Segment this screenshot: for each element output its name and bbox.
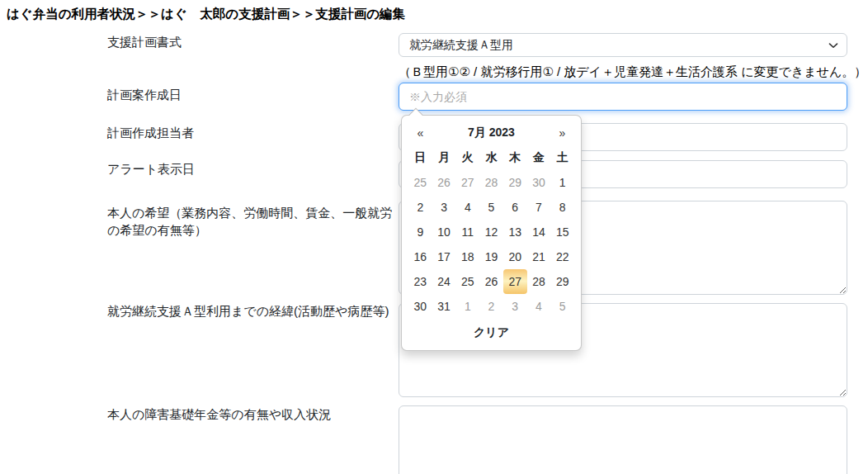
plan-draft-date-label: 計画案作成日 <box>107 86 396 103</box>
datepicker-week-row: 9101112131415 <box>408 220 574 244</box>
datepicker-clear-button[interactable]: クリア <box>408 319 574 347</box>
calendar-day[interactable]: 4 <box>527 294 551 319</box>
calendar-day[interactable]: 16 <box>408 244 432 269</box>
breadcrumb: はぐ弁当の利用者状況＞＞はぐ 太郎の支援計画＞＞支援計画の編集 <box>7 6 405 23</box>
pension-income-textarea[interactable] <box>399 405 847 474</box>
weekday-label: 金 <box>527 145 551 170</box>
calendar-day[interactable]: 15 <box>550 220 574 244</box>
calendar-day[interactable]: 31 <box>432 294 456 319</box>
calendar-day[interactable]: 30 <box>408 294 432 319</box>
calendar-day[interactable]: 18 <box>455 244 479 269</box>
datepicker-week-row: 2345678 <box>408 195 574 220</box>
weekday-label: 火 <box>455 145 479 170</box>
weekday-label: 月 <box>432 145 456 170</box>
calendar-day[interactable]: 29 <box>550 269 574 294</box>
calendar-day[interactable]: 11 <box>455 220 479 244</box>
calendar-day[interactable]: 1 <box>455 294 479 319</box>
plan-format-label: 支援計画書式 <box>107 33 396 50</box>
calendar-day[interactable]: 19 <box>479 244 503 269</box>
calendar-day[interactable]: 2 <box>479 294 503 319</box>
pension-income-label: 本人の障害基礎年金等の有無や収入状況 <box>107 405 396 423</box>
calendar-day[interactable]: 12 <box>479 220 503 244</box>
weekday-label: 土 <box>550 145 574 170</box>
calendar-day[interactable]: 28 <box>527 269 551 294</box>
weekday-label: 水 <box>479 145 503 170</box>
plan-format-select[interactable]: 就労継続支援Ａ型用 <box>399 33 847 57</box>
calendar-day[interactable]: 9 <box>408 220 432 244</box>
history-label: 就労継続支援Ａ型利用までの経緯(活動歴や病歴等) <box>107 302 396 320</box>
calendar-day[interactable]: 13 <box>503 220 527 244</box>
calendar-day[interactable]: 26 <box>432 170 456 195</box>
calendar-day[interactable]: 21 <box>527 244 551 269</box>
datepicker-week-row: 2526272829301 <box>408 170 574 195</box>
plan-format-selected-value: 就労継続支援Ａ型用 <box>409 38 513 53</box>
datepicker-weekday-row: 日月火水木金土 <box>408 145 574 170</box>
calendar-day[interactable]: 27 <box>455 170 479 195</box>
calendar-day[interactable]: 6 <box>503 195 527 220</box>
calendar-day[interactable]: 23 <box>408 269 432 294</box>
calendar-day[interactable]: 5 <box>550 294 574 319</box>
calendar-day[interactable]: 25 <box>455 269 479 294</box>
calendar-day[interactable]: 7 <box>527 195 551 220</box>
datepicker-week-row: 16171819202122 <box>408 244 574 269</box>
datepicker-week-row: 303112345 <box>408 294 574 319</box>
calendar-day[interactable]: 8 <box>550 195 574 220</box>
calendar-day[interactable]: 28 <box>479 170 503 195</box>
calendar-day[interactable]: 1 <box>550 170 574 195</box>
chevron-down-icon <box>828 40 838 50</box>
plan-author-label: 計画作成担当者 <box>107 124 396 141</box>
support-plan-edit-page: はぐ弁当の利用者状況＞＞はぐ 太郎の支援計画＞＞支援計画の編集 支援計画書式 就… <box>0 0 868 474</box>
calendar-day[interactable]: 25 <box>408 170 432 195</box>
calendar-day[interactable]: 22 <box>550 244 574 269</box>
datepicker-popup: « 7月 2023 » 日月火水木金土 25262728293012345678… <box>401 115 582 351</box>
calendar-day[interactable]: 4 <box>455 195 479 220</box>
calendar-day[interactable]: 10 <box>432 220 456 244</box>
weekday-label: 日 <box>408 145 432 170</box>
calendar-day[interactable]: 24 <box>432 269 456 294</box>
plan-format-note: （Ｂ型用①② / 就労移行用① / 放デイ＋児童発達＋生活介護系 に変更できませ… <box>399 64 866 80</box>
calendar-day[interactable]: 2 <box>408 195 432 220</box>
calendar-day[interactable]: 3 <box>432 195 456 220</box>
datepicker-week-row: 23242526272829 <box>408 269 574 294</box>
calendar-day[interactable]: 5 <box>479 195 503 220</box>
calendar-day[interactable]: 17 <box>432 244 456 269</box>
plan-draft-date-input[interactable] <box>399 83 847 111</box>
next-month-button[interactable]: » <box>550 126 574 140</box>
calendar-day[interactable]: 3 <box>503 294 527 319</box>
calendar-day[interactable]: 20 <box>503 244 527 269</box>
prev-month-button[interactable]: « <box>408 126 432 140</box>
datepicker-month-title[interactable]: 7月 2023 <box>432 126 550 140</box>
datepicker-day-grid: 2526272829301234567891011121314151617181… <box>408 170 574 319</box>
calendar-day[interactable]: 29 <box>503 170 527 195</box>
calendar-day[interactable]: 30 <box>527 170 551 195</box>
personal-wishes-label: 本人の希望（業務内容、労働時間、賃金、一般就労の希望の有無等） <box>107 204 396 239</box>
weekday-label: 木 <box>503 145 527 170</box>
calendar-day[interactable]: 26 <box>479 269 503 294</box>
calendar-day[interactable]: 14 <box>527 220 551 244</box>
alert-date-label: アラート表示日 <box>107 160 396 178</box>
calendar-day-today[interactable]: 27 <box>503 269 527 294</box>
